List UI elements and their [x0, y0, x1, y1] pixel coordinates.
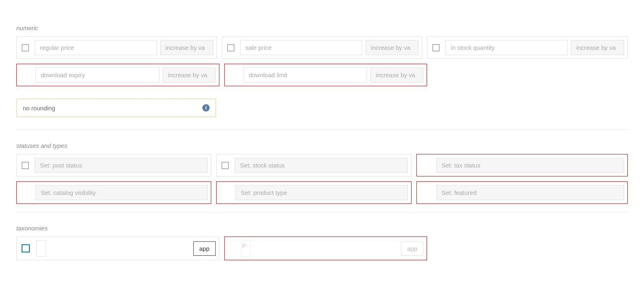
- statuses-row-1: Set: post status Set: stock status Set: …: [16, 154, 628, 176]
- select-product-type[interactable]: Set: product type: [235, 185, 407, 200]
- taxonomies-row-1: app P app: [16, 237, 628, 260]
- card-product-type: Set: product type: [216, 181, 411, 204]
- narrow-input-taxonomy-2[interactable]: P: [241, 240, 251, 257]
- app-button-2[interactable]: app: [401, 241, 423, 256]
- checkbox-stock-status[interactable]: [221, 162, 229, 169]
- card-regular-price: increase by va: [16, 36, 217, 59]
- select-in-stock-quantity-action[interactable]: increase by va: [571, 40, 624, 55]
- select-stock-status[interactable]: Set: stock status: [235, 158, 407, 173]
- numeric-row-2: increase by va increase by va: [16, 64, 628, 86]
- checkbox-in-stock-quantity[interactable]: [432, 44, 440, 51]
- card-download-expiry: increase by va: [16, 64, 219, 86]
- divider: [16, 130, 628, 130]
- narrow-input-taxonomy-1[interactable]: [36, 240, 46, 257]
- select-featured[interactable]: Set: featured: [436, 185, 624, 200]
- empty-slot: [432, 64, 628, 86]
- card-download-limit: increase by va: [224, 64, 427, 86]
- no-rounding-label: no rounding: [23, 105, 55, 112]
- card-in-stock-quantity: increase by va: [427, 36, 628, 59]
- section-title-statuses: statuses and types: [16, 142, 628, 149]
- divider: [16, 212, 628, 212]
- card-taxonomy-1: app: [16, 237, 219, 260]
- no-rounding-box[interactable]: no rounding i: [16, 98, 216, 117]
- section-title-taxonomies: taxonomies: [16, 225, 628, 232]
- select-sale-price-action[interactable]: increase by va: [365, 40, 418, 55]
- checkbox-taxonomy-1[interactable]: [22, 244, 30, 252]
- select-regular-price-action[interactable]: increase by va: [160, 40, 213, 55]
- input-download-limit[interactable]: [243, 67, 367, 83]
- input-regular-price[interactable]: [35, 40, 157, 55]
- checkbox-regular-price[interactable]: [22, 44, 29, 51]
- statuses-row-2: Set: catalog visibility Set: product typ…: [16, 181, 628, 204]
- checkbox-post-status[interactable]: [22, 162, 29, 169]
- select-download-expiry-action[interactable]: increase by va: [163, 67, 216, 83]
- info-icon[interactable]: i: [202, 104, 210, 112]
- card-featured: Set: featured: [416, 181, 628, 204]
- input-in-stock-quantity[interactable]: [445, 40, 568, 55]
- select-post-status[interactable]: Set: post status: [35, 158, 208, 173]
- input-sale-price[interactable]: [240, 40, 363, 55]
- select-catalog-visibility[interactable]: Set: catalog visibility: [35, 185, 208, 200]
- card-taxonomy-2: P app: [224, 237, 427, 260]
- card-tax-status: Set: tax status: [416, 154, 628, 176]
- select-tax-status[interactable]: Set: tax status: [436, 158, 624, 173]
- card-stock-status: Set: stock status: [216, 154, 411, 176]
- checkbox-sale-price[interactable]: [227, 44, 235, 51]
- empty-slot: [432, 237, 628, 260]
- app-button-1[interactable]: app: [193, 241, 216, 256]
- card-sale-price: increase by va: [222, 36, 423, 59]
- section-title-numeric: numeric: [16, 25, 628, 31]
- input-download-expiry[interactable]: [35, 67, 159, 83]
- select-download-limit-action[interactable]: increase by va: [370, 67, 423, 83]
- numeric-row-1: increase by va increase by va increase b…: [16, 36, 628, 59]
- card-post-status: Set: post status: [16, 154, 211, 176]
- card-catalog-visibility: Set: catalog visibility: [16, 181, 211, 204]
